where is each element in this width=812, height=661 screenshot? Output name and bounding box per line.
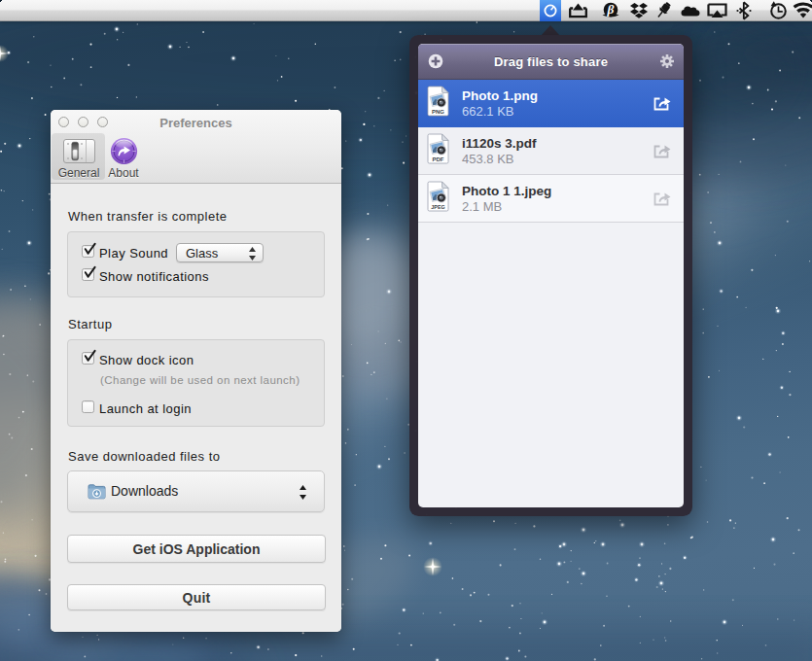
svg-text:PDF: PDF: [433, 157, 444, 162]
svg-text:PNG: PNG: [432, 109, 444, 115]
svg-text:β: β: [607, 2, 615, 17]
svg-text:JPEG: JPEG: [431, 204, 444, 210]
